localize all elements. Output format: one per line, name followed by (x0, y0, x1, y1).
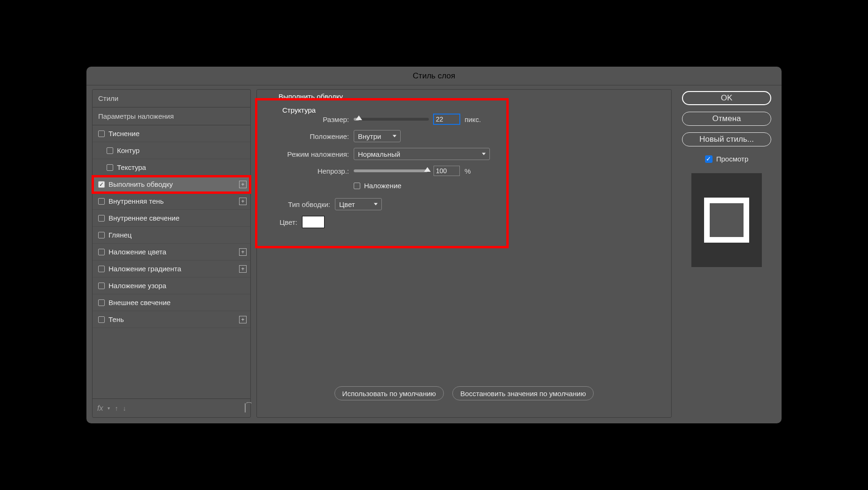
sidebar-item-внутреннее-свечение[interactable]: Внутреннее свечение (93, 210, 250, 227)
blend-mode-label: Режим наложения: (274, 150, 349, 158)
effect-checkbox[interactable] (98, 283, 105, 289)
new-style-button[interactable]: Новый стиль... (682, 132, 771, 146)
sidebar-item-наложение-цвета[interactable]: Наложение цвета+ (93, 244, 250, 260)
sidebar-item-label: Глянец (108, 231, 132, 239)
sidebar-item-контур[interactable]: Контур (93, 142, 250, 159)
sidebar-item-текстура[interactable]: Текстура (93, 159, 250, 176)
sidebar-item-label: Контур (117, 146, 140, 154)
sidebar-item-выполнить-обводку[interactable]: Выполнить обводку+ (93, 176, 250, 193)
add-effect-icon[interactable]: + (239, 198, 247, 205)
effect-checkbox[interactable] (98, 232, 105, 238)
sidebar-item-label: Наложение узора (108, 282, 166, 290)
opacity-unit: % (465, 167, 471, 175)
effect-checkbox[interactable] (98, 181, 105, 188)
preview-checkbox[interactable] (705, 155, 713, 163)
dialog-titlebar[interactable]: Стиль слоя (86, 67, 782, 85)
fx-menu-icon[interactable]: fx (97, 404, 103, 413)
size-input[interactable] (434, 114, 460, 124)
sidebar-item-наложение-градиента[interactable]: Наложение градиента+ (93, 260, 250, 277)
move-down-icon[interactable]: ↓ (123, 405, 126, 412)
sidebar-item-label: Выполнить обводку (108, 180, 173, 188)
sidebar-footer: fx ▾ ↑ ↓ (93, 398, 250, 417)
color-label: Цвет: (274, 218, 297, 226)
dialog-right-column: OK Отмена Новый стиль... Просмотр (677, 89, 776, 418)
panel-title: Выполнить обводку (265, 90, 663, 100)
sidebar-item-label: Тиснение (108, 130, 140, 138)
cancel-button[interactable]: Отмена (682, 112, 771, 126)
sidebar-item-label: Внешнее свечение (108, 299, 170, 306)
sidebar-item-наложение-узора[interactable]: Наложение узора (93, 277, 250, 294)
preview-label: Просмотр (716, 155, 749, 163)
ok-button[interactable]: OK (682, 91, 771, 105)
trash-icon[interactable] (245, 404, 246, 412)
effect-checkbox[interactable] (98, 249, 105, 255)
size-slider[interactable] (354, 118, 429, 121)
sidebar-header-styles[interactable]: Стили (93, 90, 250, 107)
sidebar-item-label: Тень (108, 315, 124, 323)
effects-sidebar: Стили Параметры наложения ТиснениеКонтур… (92, 89, 251, 418)
make-default-button[interactable]: Использовать по умолчанию (334, 386, 444, 400)
dialog-title: Стиль слоя (413, 71, 455, 81)
sidebar-item-label: Наложение градиента (108, 265, 181, 273)
move-up-icon[interactable]: ↑ (115, 405, 118, 412)
effect-settings-panel: Выполнить обводку Структура Размер: пикс… (256, 89, 672, 418)
color-swatch[interactable] (302, 216, 325, 228)
dialog-body: Стили Параметры наложения ТиснениеКонтур… (86, 85, 782, 423)
opacity-input[interactable] (434, 166, 460, 176)
overprint-label: Наложение (364, 182, 402, 190)
sidebar-item-label: Внутренняя тень (108, 197, 163, 205)
fill-type-label: Тип обводки: (274, 200, 330, 208)
opacity-slider[interactable] (354, 169, 429, 172)
sidebar-header-blend[interactable]: Параметры наложения (93, 107, 250, 125)
position-select[interactable]: Внутри (354, 130, 401, 142)
sidebar-item-label: Текстура (117, 163, 146, 171)
sidebar-item-label: Внутреннее свечение (108, 214, 179, 222)
opacity-label: Непрозр.: (274, 167, 349, 175)
add-effect-icon[interactable]: + (239, 316, 247, 323)
blend-mode-select[interactable]: Нормальный (354, 148, 490, 160)
effect-checkbox[interactable] (98, 316, 105, 323)
effect-checkbox[interactable] (98, 266, 105, 272)
size-unit: пикс. (465, 115, 481, 123)
sidebar-item-тиснение[interactable]: Тиснение (93, 125, 250, 142)
sidebar-item-тень[interactable]: Тень+ (93, 311, 250, 328)
sidebar-item-внутренняя-тень[interactable]: Внутренняя тень+ (93, 193, 250, 210)
group-legend-structure: Структура (274, 106, 654, 114)
layer-style-dialog: Стиль слоя Стили Параметры наложения Тис… (86, 67, 782, 423)
position-label: Положение: (274, 132, 349, 140)
add-effect-icon[interactable]: + (239, 248, 247, 256)
chevron-down-icon[interactable]: ▾ (108, 406, 110, 411)
fill-type-select[interactable]: Цвет (335, 198, 382, 210)
sidebar-item-глянец[interactable]: Глянец (93, 227, 250, 244)
effect-checkbox[interactable] (98, 215, 105, 222)
sidebar-item-label: Наложение цвета (108, 248, 166, 256)
effect-checkbox[interactable] (98, 198, 105, 205)
effect-checkbox[interactable] (98, 299, 105, 306)
size-label: Размер: (274, 115, 349, 123)
effect-checkbox[interactable] (107, 164, 113, 171)
preview-shape (704, 198, 749, 243)
effect-checkbox[interactable] (107, 147, 113, 154)
overprint-checkbox[interactable] (354, 183, 360, 189)
add-effect-icon[interactable]: + (239, 181, 247, 188)
reset-default-button[interactable]: Восстановить значения по умолчанию (452, 386, 594, 400)
preview-thumbnail (691, 173, 762, 267)
structure-group: Структура Размер: пикс. Положение: Внутр… (265, 103, 663, 242)
add-effect-icon[interactable]: + (239, 265, 247, 273)
effect-checkbox[interactable] (98, 130, 105, 137)
sidebar-item-внешнее-свечение[interactable]: Внешнее свечение (93, 294, 250, 311)
